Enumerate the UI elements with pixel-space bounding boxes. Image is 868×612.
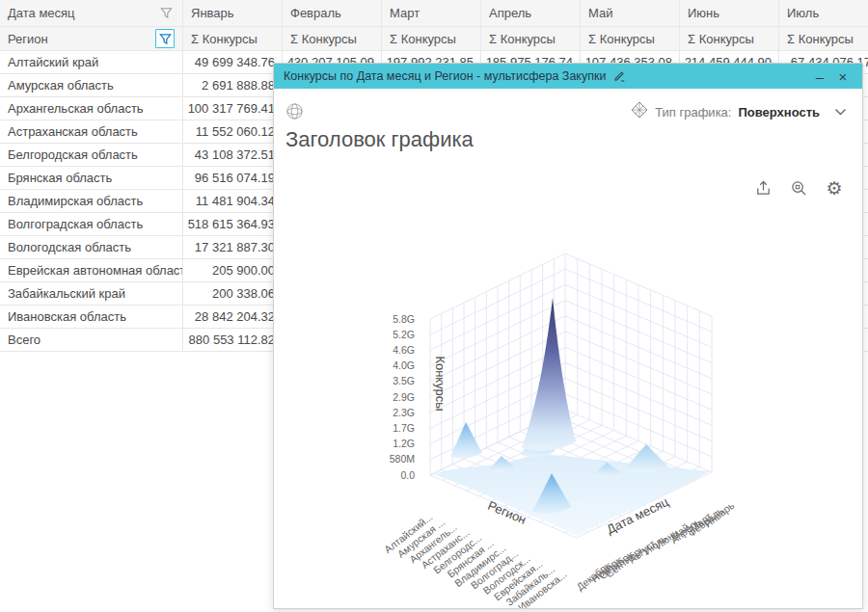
z-tick-label: 2.3G bbox=[393, 407, 415, 418]
region-axis-labels: Алтайский...Амурская ...Архангель...Астр… bbox=[382, 511, 569, 608]
rotate-3d-icon[interactable] bbox=[285, 102, 304, 124]
measure-label: Σ Конкурсы bbox=[489, 32, 556, 46]
measure-label: Σ Конкурсы bbox=[390, 32, 456, 46]
settings-gear-icon[interactable]: ⚙ bbox=[824, 177, 845, 199]
month-label: Июнь bbox=[688, 6, 719, 20]
z-tick-label: 3.5G bbox=[393, 375, 415, 386]
region-cell: Волгоградская область bbox=[0, 213, 183, 236]
value-cell: 43 108 372.51 bbox=[183, 144, 283, 167]
value-cell: 49 699 348.76 bbox=[183, 51, 283, 74]
chart-title: Заголовок графика bbox=[285, 127, 474, 152]
chart-type-value: Поверхность bbox=[738, 105, 820, 120]
region-cell: Белгородская область bbox=[0, 144, 183, 167]
dialog-titlebar[interactable]: Конкурсы по Дата месяц и Регион - мульти… bbox=[274, 64, 862, 89]
row-header-label: Регион bbox=[8, 32, 48, 46]
measure-header[interactable]: Σ Конкурсы bbox=[581, 27, 680, 51]
measure-header[interactable]: Σ Конкурсы bbox=[481, 27, 581, 51]
month-label: Июль bbox=[787, 6, 819, 20]
value-cell: 518 615 364.93 bbox=[183, 213, 283, 236]
chart-type-selector[interactable]: Тип графика: Поверхность bbox=[631, 101, 847, 122]
measure-header[interactable]: Σ Конкурсы bbox=[680, 27, 779, 51]
month-label: Апрель bbox=[489, 6, 531, 20]
value-cell: 96 516 074.19 bbox=[183, 167, 283, 190]
month-label: Март bbox=[390, 6, 420, 20]
z-axis-ticks: 0.0580M1.2G1.7G2.3G2.9G3.5G4.0G4.6G5.2G5… bbox=[390, 313, 415, 481]
measure-label: Σ Конкурсы bbox=[290, 32, 357, 46]
region-cell: Ивановская область bbox=[0, 306, 183, 329]
measure-label: Σ Конкурсы bbox=[588, 32, 655, 46]
measure-label: Σ Конкурсы bbox=[787, 32, 854, 46]
z-tick-label: 4.0G bbox=[393, 359, 415, 371]
month-label: Январь bbox=[191, 6, 234, 20]
region-cell: Алтайский край bbox=[0, 51, 183, 74]
measure-header[interactable]: Σ Конкурсы bbox=[779, 27, 868, 51]
month-label: Май bbox=[588, 6, 612, 20]
month-column-header[interactable]: Июнь bbox=[680, 0, 779, 27]
value-cell: 11 481 904.34 bbox=[183, 190, 283, 213]
region-cell: Амурская область bbox=[0, 74, 183, 97]
dialog-title: Конкурсы по Дата месяц и Регион - мульти… bbox=[284, 69, 606, 83]
region-cell: Вологодская область bbox=[0, 236, 183, 259]
filter-icon[interactable] bbox=[157, 5, 175, 22]
measure-header[interactable]: Σ Конкурсы bbox=[283, 27, 382, 51]
month-column-header[interactable]: Март bbox=[382, 0, 481, 27]
z-tick-label: 0.0 bbox=[400, 469, 415, 481]
z-tick-label: 1.7G bbox=[393, 422, 415, 434]
month-column-header[interactable]: Январь bbox=[183, 0, 283, 27]
row-header-cell[interactable]: Регион bbox=[0, 27, 183, 51]
close-button[interactable]: × bbox=[831, 66, 854, 87]
edit-title-icon[interactable] bbox=[612, 69, 626, 83]
z-tick-label: 5.2G bbox=[393, 329, 415, 340]
month-header-row: Дата месяц Январь Февраль Март Апрель Ма… bbox=[0, 0, 868, 27]
month-column-header[interactable]: Июль bbox=[779, 0, 868, 27]
z-axis-title: Конкурсы bbox=[433, 356, 448, 411]
region-cell: Брянская область bbox=[0, 167, 183, 190]
export-icon[interactable] bbox=[752, 177, 773, 199]
z-tick-label: 4.6G bbox=[393, 344, 415, 356]
month-column-header[interactable]: Февраль bbox=[283, 0, 382, 27]
measure-header[interactable]: Σ Конкурсы bbox=[183, 27, 283, 51]
month-label: Февраль bbox=[290, 6, 341, 20]
value-cell: 28 842 204.32 bbox=[183, 306, 283, 329]
active-filter-icon[interactable] bbox=[155, 29, 175, 48]
measure-label: Σ Конкурсы bbox=[688, 32, 754, 46]
zoom-icon[interactable] bbox=[788, 177, 809, 199]
surface-chart[interactable]: 0.0580M1.2G1.7G2.3G2.9G3.5G4.0G4.6G5.2G5… bbox=[274, 227, 862, 608]
region-cell: Забайкальский край bbox=[0, 282, 183, 306]
measure-header[interactable]: Σ Конкурсы bbox=[382, 27, 481, 51]
surface-type-icon bbox=[631, 101, 648, 122]
z-tick-label: 2.9G bbox=[393, 391, 415, 403]
corner-header-label: Дата месяц bbox=[8, 6, 75, 20]
z-tick-label: 580M bbox=[390, 453, 415, 465]
chevron-down-icon[interactable] bbox=[834, 108, 847, 117]
value-cell: 17 321 887.30 bbox=[183, 236, 283, 259]
region-cell: Архангельская область bbox=[0, 97, 183, 120]
chart-type-label: Тип графика: bbox=[655, 105, 731, 120]
value-cell: 880 553 112.82 bbox=[183, 329, 283, 352]
dialog-body: Тип графика: Поверхность Заголовок графи… bbox=[274, 89, 862, 608]
measure-header-row: Регион Σ Конкурсы Σ Конкурсы Σ Конкурсы … bbox=[0, 27, 868, 51]
value-cell: 100 317 769.41 bbox=[183, 97, 283, 120]
region-cell: Еврейская автономная область bbox=[0, 259, 183, 282]
z-tick-label: 1.2G bbox=[393, 438, 415, 449]
minimize-button[interactable]: – bbox=[808, 66, 831, 87]
corner-header-cell[interactable]: Дата месяц bbox=[0, 0, 183, 27]
value-cell: 2 691 888.88 bbox=[183, 74, 283, 97]
chart-toolbar: ⚙ bbox=[752, 177, 845, 199]
region-cell: Владимирская область bbox=[0, 190, 183, 213]
region-cell: Всего bbox=[0, 329, 183, 352]
month-column-header[interactable]: Апрель bbox=[481, 0, 581, 27]
z-tick-label: 5.8G bbox=[393, 313, 415, 325]
measure-label: Σ Конкурсы bbox=[191, 32, 258, 46]
chart-dialog: Конкурсы по Дата месяц и Регион - мульти… bbox=[273, 63, 863, 609]
value-cell: 11 552 060.12 bbox=[183, 120, 283, 144]
month-column-header[interactable]: Май bbox=[581, 0, 680, 27]
value-cell: 205 900.00 bbox=[183, 259, 283, 282]
value-cell: 200 338.06 bbox=[183, 282, 283, 306]
region-cell: Астраханская область bbox=[0, 120, 183, 144]
